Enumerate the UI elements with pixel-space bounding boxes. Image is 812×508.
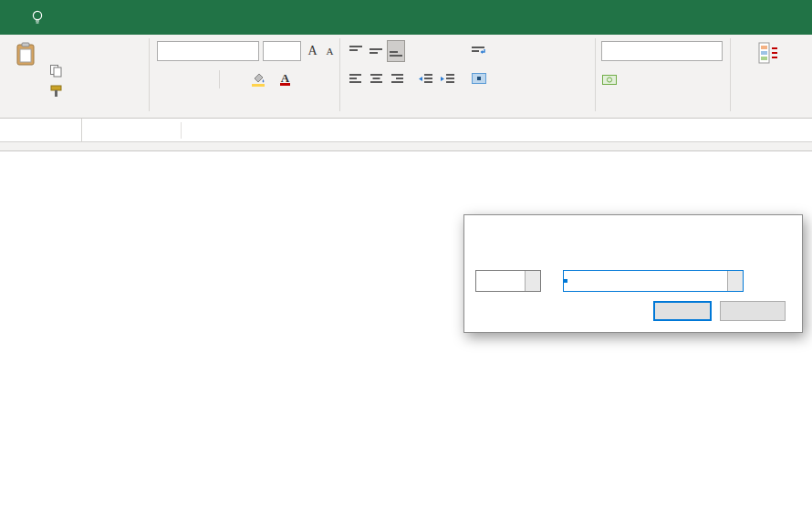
duplicate-values-dialog (463, 214, 803, 333)
styles-group (731, 35, 812, 119)
wrap-text-icon (472, 46, 486, 57)
ribbon: A A A (0, 35, 812, 119)
conditional-formatting-button[interactable] (733, 38, 806, 108)
percent-style-button[interactable] (632, 69, 649, 89)
clipboard-group (0, 35, 149, 119)
orientation-button[interactable] (417, 41, 433, 61)
align-middle-icon (370, 46, 383, 57)
align-top-icon (349, 46, 363, 57)
increase-decimal-button[interactable] (669, 69, 685, 89)
format-style-select[interactable] (563, 270, 744, 292)
copy-button[interactable] (50, 62, 69, 80)
number-group (596, 35, 730, 119)
duplicate-type-select[interactable] (475, 270, 541, 292)
excel-window: A A A (0, 0, 812, 508)
bold-button[interactable] (159, 69, 175, 89)
increase-indent-icon (440, 74, 454, 85)
tell-me-search[interactable] (31, 0, 51, 35)
align-top-button[interactable] (348, 41, 364, 61)
number-format-select[interactable] (601, 41, 723, 61)
format-painter-icon (50, 85, 62, 98)
dialog-title-bar[interactable] (464, 215, 802, 241)
font-color-button[interactable]: A (277, 69, 294, 89)
accounting-format-button[interactable] (601, 69, 618, 89)
format-as-table-button[interactable] (808, 38, 812, 108)
comma-style-button[interactable] (651, 69, 667, 89)
align-middle-button[interactable] (368, 41, 384, 61)
copy-icon (50, 65, 62, 78)
banknote-icon (602, 75, 617, 85)
align-center-icon (370, 74, 383, 85)
dialog-controls-row (475, 270, 744, 292)
alignment-dialog-launcher[interactable] (580, 104, 592, 116)
borders-button[interactable] (224, 69, 241, 89)
align-bottom-button[interactable] (388, 41, 404, 61)
number-dialog-launcher[interactable] (715, 104, 727, 116)
increase-indent-button[interactable] (439, 69, 455, 89)
format-style-value (564, 279, 567, 283)
align-left-button[interactable] (348, 69, 364, 89)
cancel-button[interactable] (720, 301, 786, 321)
paste-button[interactable] (5, 38, 46, 108)
close-icon[interactable] (773, 215, 802, 241)
font-dialog-launcher[interactable] (325, 104, 337, 116)
grid-column-headers (0, 151, 812, 173)
help-icon[interactable] (744, 215, 773, 241)
wrap-text-button[interactable] (472, 42, 490, 60)
format-painter-button[interactable] (50, 82, 66, 100)
merge-center-button[interactable] (472, 69, 494, 88)
font-color-icon: A (280, 73, 290, 86)
conditional-formatting-icon (758, 42, 780, 64)
formula-bar (0, 119, 812, 142)
name-box[interactable] (0, 119, 82, 141)
dialog-buttons (653, 301, 786, 321)
underline-button[interactable] (193, 69, 210, 89)
clipboard-dialog-launcher[interactable] (134, 104, 146, 116)
spacer (0, 142, 812, 151)
paint-bucket-icon (251, 72, 265, 87)
ribbon-tab-strip (0, 0, 812, 35)
alignment-group (340, 35, 595, 119)
divider (181, 122, 182, 139)
align-right-icon (390, 74, 403, 85)
decrease-indent-icon (418, 74, 432, 85)
divider (219, 70, 220, 88)
align-left-icon (349, 74, 363, 85)
italic-button[interactable] (177, 69, 193, 89)
fill-color-button[interactable] (250, 69, 266, 89)
align-right-button[interactable] (388, 69, 404, 89)
font-name-select[interactable] (157, 41, 259, 61)
font-size-select[interactable] (263, 41, 301, 61)
chevron-down-icon (727, 271, 743, 291)
paste-icon (16, 42, 36, 67)
cut-button[interactable] (50, 42, 54, 60)
decrease-font-size-button[interactable]: A (322, 41, 338, 61)
lightbulb-icon (31, 10, 44, 26)
ok-button[interactable] (653, 301, 712, 321)
decrease-indent-button[interactable] (417, 69, 433, 89)
font-group: A A A (150, 35, 339, 119)
merge-center-icon (472, 73, 486, 84)
align-bottom-icon (390, 46, 403, 57)
increase-font-size-button[interactable]: A (305, 41, 321, 61)
decrease-decimal-button[interactable] (692, 69, 709, 89)
align-center-button[interactable] (368, 69, 384, 89)
chevron-down-icon (525, 271, 540, 291)
